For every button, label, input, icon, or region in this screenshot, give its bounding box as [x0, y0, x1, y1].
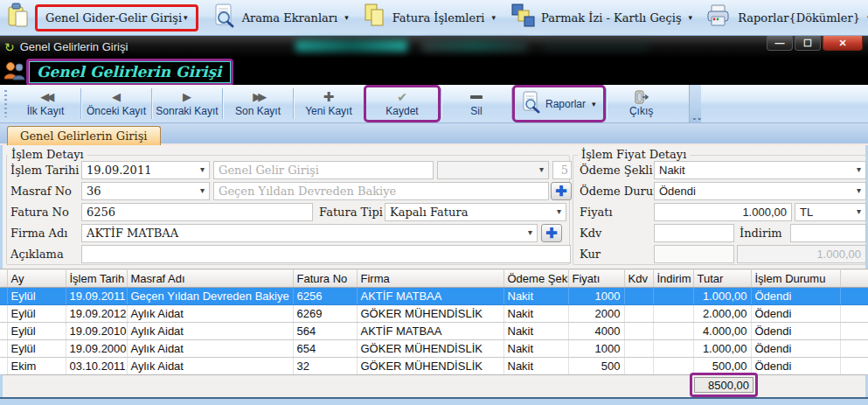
last-record-button[interactable]: ▶▶ Son Kayıt [223, 85, 293, 122]
cell-kdv[interactable] [624, 358, 653, 375]
cell-tutar[interactable]: 4.000,00 [693, 323, 751, 340]
toolbar-grip[interactable] [3, 90, 9, 117]
column-header[interactable]: Kdv [624, 269, 653, 288]
indirim-input[interactable] [790, 224, 866, 242]
masraf-no-combo[interactable]: 36 [81, 182, 210, 200]
cell-tutar[interactable]: 2.000,00 [693, 305, 751, 323]
maximize-button[interactable]: ☐ [795, 36, 821, 51]
fatura-no-input[interactable]: 6256 [81, 203, 313, 221]
cell-masraf-adi[interactable]: Geçen Yıldan Devreden Bakiye [127, 288, 293, 305]
previous-record-button[interactable]: ◀ Önceki Kayıt [81, 85, 151, 122]
table-row[interactable]: Eylül 19.09.2000 Aylık Aidat 654 GÖKER M… [0, 340, 868, 358]
currency-combo[interactable]: TL [795, 203, 866, 221]
cell-islem-tarih[interactable]: 19.09.2000 [66, 340, 127, 358]
cell-tutar[interactable]: 1.000,00 [693, 340, 751, 358]
kdv-input[interactable] [654, 224, 734, 242]
menu-fatura-islemleri[interactable]: Fatura İşlemleri ▾ [356, 0, 503, 35]
cell-indirim[interactable] [653, 358, 693, 375]
delete-button[interactable]: Sil [441, 85, 511, 122]
add-masraf-button[interactable]: ✚ [551, 182, 572, 200]
column-header[interactable]: İşlem Tarih [66, 269, 127, 288]
cell-masraf-adi[interactable]: Aylık Aidat [127, 340, 293, 358]
toolbar-overflow-button[interactable]: ⌄⌄ [689, 85, 701, 122]
tab-genel-gelirlerin-girisi[interactable]: Genel Gelirlerin Girişi [7, 126, 161, 145]
cell-fiyati[interactable]: 1000 [568, 288, 624, 305]
column-header[interactable]: Ay [7, 269, 66, 288]
cell-indirim[interactable] [653, 340, 693, 358]
column-header[interactable]: İndirim [653, 269, 693, 288]
cell-ay[interactable]: Ekim [7, 358, 66, 375]
cell-kdv[interactable] [624, 288, 653, 305]
cell-masraf-adi[interactable]: Aylık Aidat [127, 358, 293, 375]
firma-adi-combo[interactable]: AKTİF MATBAA [81, 224, 538, 242]
cell-islem-tarih[interactable]: 19.09.2011 [66, 288, 127, 305]
cell-islem-tarih[interactable]: 19.09.2012 [66, 305, 127, 323]
cell-ay[interactable]: Eylül [7, 288, 66, 305]
minimize-button[interactable]: — [767, 36, 793, 51]
table-row-selected[interactable]: Eylül 19.09.2011 Geçen Yıldan Devreden B… [0, 288, 868, 305]
cell-ay[interactable]: Eylül [7, 340, 66, 358]
cell-fiyati[interactable]: 2000 [568, 305, 624, 323]
fatura-tipi-combo[interactable]: Kapalı Fatura [385, 203, 566, 221]
column-header[interactable]: Ödeme Şekli [503, 269, 568, 288]
column-header[interactable]: Fiyatı [568, 269, 624, 288]
masraf-adi-input[interactable]: Geçen Yıldan Devreden Bakiye [213, 182, 549, 200]
cell-firma[interactable]: GÖKER MÜHENDİSLİK [357, 340, 503, 358]
cell-islem-durumu[interactable]: Ödendi [751, 305, 840, 323]
cell-kdv[interactable] [624, 323, 653, 340]
close-button[interactable]: ✕ [823, 36, 863, 51]
fiyati-input[interactable]: 1.000,00 [654, 203, 792, 221]
add-firma-button[interactable]: ✚ [541, 224, 562, 242]
gelir-tipi-input[interactable]: Genel Gelir Girişi [213, 161, 434, 179]
cell-kdv[interactable] [624, 305, 653, 323]
table-row[interactable]: Eylül 19.09.2012 Aylık Aidat 6269 GÖKER … [0, 305, 868, 323]
cell-firma[interactable]: AKTİF MATBAA [357, 323, 503, 340]
cell-islem-durumu[interactable]: Ödendi [751, 358, 840, 375]
cell-tutar[interactable]: 1.000,00 [693, 288, 751, 305]
column-header[interactable]: Masraf Adı [127, 269, 293, 288]
cell-ay[interactable]: Eylül [7, 323, 66, 340]
cell-islem-durumu[interactable]: Ödendi [751, 340, 840, 358]
column-header[interactable]: Tutar [693, 269, 751, 288]
table-row[interactable]: Eylül 19.09.2010 Aylık Aidat 564 AKTİF M… [0, 323, 868, 340]
first-record-button[interactable]: ◀◀ İlk Kayıt [10, 85, 80, 122]
cell-indirim[interactable] [653, 323, 693, 340]
cell-odeme-sekli[interactable]: Nakit [503, 323, 568, 340]
exit-button[interactable]: Çıkış [607, 85, 677, 122]
cell-islem-durumu[interactable]: Ödendi [751, 323, 840, 340]
cell-odeme-sekli[interactable]: Nakit [503, 340, 568, 358]
save-button[interactable]: ✔ Kaydet [366, 87, 438, 120]
next-record-button[interactable]: ▶ Sonraki Kayıt [152, 85, 222, 122]
aciklama-input[interactable] [81, 245, 571, 263]
reports-button[interactable]: Raporlar ▾ [515, 87, 603, 120]
cell-odeme-sekli[interactable]: Nakit [503, 305, 568, 323]
cell-fatura-no[interactable]: 32 [293, 358, 357, 375]
cell-islem-durumu[interactable]: Ödendi [751, 288, 840, 305]
menu-arama-ekranlari[interactable]: Arama Ekranları ▾ [205, 0, 356, 35]
menu-genel-gider-gelir[interactable]: Genel Gider-Gelir Girişi ▾ [0, 0, 205, 35]
empty-combo[interactable] [437, 161, 549, 179]
islem-tarihi-combo[interactable]: 19.09.2011 [81, 161, 210, 179]
column-header[interactable]: Firma [357, 269, 503, 288]
column-header[interactable]: İşlem Durumu [751, 269, 840, 288]
cell-indirim[interactable] [653, 288, 693, 305]
column-header[interactable]: Fatura No [293, 269, 357, 288]
odeme-durum-combo[interactable]: Ödendi [654, 182, 866, 200]
cell-ay[interactable]: Eylül [7, 305, 66, 323]
cell-fiyati[interactable]: 1000 [568, 340, 624, 358]
cell-masraf-adi[interactable]: Aylık Aidat [127, 305, 293, 323]
menu-raporlar-dokumler[interactable]: Raporlar{Dökümler} ▾ [699, 0, 868, 35]
cell-firma[interactable]: AKTİF MATBAA [357, 288, 503, 305]
cell-indirim[interactable] [653, 305, 693, 323]
cell-fiyati[interactable]: 500 [568, 358, 624, 375]
kur-input[interactable] [654, 245, 734, 263]
cell-fatura-no[interactable]: 654 [293, 340, 357, 358]
cell-islem-tarih[interactable]: 19.09.2010 [66, 323, 127, 340]
cell-odeme-sekli[interactable]: Nakit [503, 288, 568, 305]
cell-firma[interactable]: GÖKER MÜHENDİSLİK [357, 305, 503, 323]
cell-fatura-no[interactable]: 6269 [293, 305, 357, 323]
cell-odeme-sekli[interactable]: Nakit [503, 358, 568, 375]
cell-fatura-no[interactable]: 564 [293, 323, 357, 340]
cell-fiyati[interactable]: 4000 [568, 323, 624, 340]
odeme-sekli-combo[interactable]: Nakit [654, 161, 866, 179]
